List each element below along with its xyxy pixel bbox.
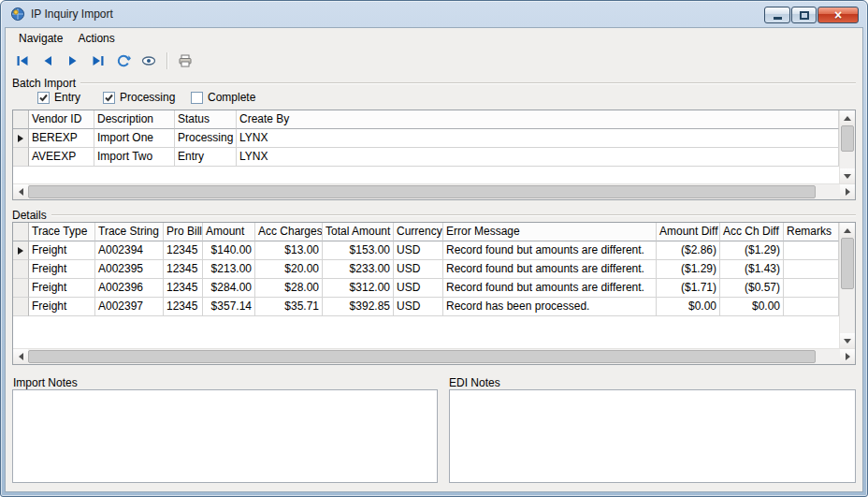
batch-grid: Vendor ID Description Status Create By B… (12, 110, 856, 200)
cell-remarks (784, 241, 839, 260)
scroll-left-button[interactable] (13, 349, 28, 364)
caption-divider (80, 82, 856, 83)
column-header-amount[interactable]: Amount (203, 223, 255, 241)
scroll-track[interactable] (840, 238, 855, 333)
scroll-right-button[interactable] (840, 349, 855, 364)
cell-acc-charges: $35.71 (255, 298, 323, 316)
row-selector (13, 241, 29, 260)
refresh-button[interactable] (112, 51, 135, 71)
batch-row[interactable]: BEREXP Import One Processing LYNX (13, 129, 839, 148)
column-header-trace-type[interactable]: Trace Type (29, 223, 95, 241)
processing-checkbox[interactable]: Processing (103, 91, 175, 104)
cell-error-message: Record has been processed. (443, 298, 657, 316)
menu-navigate[interactable]: Navigate (11, 30, 70, 47)
horizontal-scrollbar[interactable] (13, 348, 855, 364)
maximize-button[interactable] (791, 7, 817, 23)
checkbox-label: Processing (120, 91, 175, 104)
minimize-button[interactable] (764, 7, 790, 23)
column-header-amount-diff[interactable]: Amount Diff (657, 223, 720, 241)
cell-total-amount: $312.00 (323, 279, 394, 298)
scroll-track[interactable] (28, 184, 840, 199)
client-area: Navigate Actions (5, 27, 863, 492)
cell-pro-bill: 12345 (164, 241, 203, 260)
column-header-description[interactable]: Description (94, 110, 175, 129)
scroll-down-button[interactable] (840, 168, 855, 183)
cell-amount: $284.00 (203, 279, 255, 298)
column-header-currency[interactable]: Currency (394, 223, 443, 241)
batch-grid-header: Vendor ID Description Status Create By (13, 110, 839, 129)
move-previous-icon (40, 53, 55, 68)
cell-amount-diff: $0.00 (657, 298, 720, 316)
current-row-marker (18, 247, 23, 255)
window-title: IP Inquiry Import (31, 7, 113, 21)
print-button[interactable] (174, 51, 196, 71)
scroll-up-button[interactable] (840, 223, 855, 238)
batch-row[interactable]: AVEEXP Import Two Entry LYNX (13, 148, 839, 167)
column-header-create-by[interactable]: Create By (237, 110, 839, 129)
scroll-thumb[interactable] (28, 185, 816, 198)
move-next-button[interactable] (62, 51, 84, 71)
move-previous-button[interactable] (36, 51, 59, 71)
horizontal-scrollbar[interactable] (13, 183, 855, 199)
view-button[interactable] (137, 51, 160, 71)
column-header-acc-charges[interactable]: Acc Charges (255, 223, 323, 241)
vertical-scrollbar[interactable] (839, 110, 855, 183)
menu-actions[interactable]: Actions (70, 30, 122, 47)
details-row[interactable]: Freight A002395 12345 $213.00 $20.00 $23… (13, 260, 839, 279)
scroll-track[interactable] (28, 349, 840, 364)
scroll-up-button[interactable] (840, 110, 855, 125)
toolbar (6, 48, 862, 73)
arrow-down-icon (844, 339, 851, 344)
details-row[interactable]: Freight A002394 12345 $140.00 $13.00 $15… (13, 241, 839, 260)
edi-notes-textarea[interactable] (449, 389, 856, 483)
column-header-error-message[interactable]: Error Message (443, 223, 657, 241)
cell-acc-charges: $13.00 (255, 241, 323, 260)
details-caption: Details (12, 208, 856, 222)
scroll-thumb[interactable] (841, 238, 854, 289)
cell-acc-charges: $28.00 (255, 279, 323, 298)
checkbox-label: Entry (54, 91, 80, 104)
column-header-trace-string[interactable]: Trace String (95, 223, 164, 241)
title-bar[interactable]: IP Inquiry Import × (1, 1, 867, 27)
scroll-right-button[interactable] (840, 184, 855, 199)
column-header-acc-ch-diff[interactable]: Acc Ch Diff (720, 223, 784, 241)
column-header-total-amount[interactable]: Total Amount (323, 223, 394, 241)
cell-acc-ch-diff: ($0.57) (720, 279, 784, 298)
scroll-left-button[interactable] (13, 184, 28, 199)
column-header-status[interactable]: Status (175, 110, 237, 129)
vertical-scrollbar[interactable] (839, 223, 855, 348)
scroll-track[interactable] (840, 125, 855, 168)
cell-amount: $213.00 (203, 260, 255, 279)
close-button[interactable]: × (817, 7, 859, 23)
scroll-thumb[interactable] (28, 350, 816, 363)
cell-trace-type: Freight (29, 260, 95, 279)
close-icon: × (834, 8, 842, 22)
cell-currency: USD (394, 298, 443, 316)
entry-checkbox[interactable]: Entry (37, 91, 80, 104)
column-header-remarks[interactable]: Remarks (784, 223, 839, 241)
details-row[interactable]: Freight A002396 12345 $284.00 $28.00 $31… (13, 279, 839, 298)
cell-trace-type: Freight (29, 298, 95, 316)
row-selector (13, 298, 29, 316)
move-last-button[interactable] (87, 51, 109, 71)
details-row[interactable]: Freight A002397 12345 $357.14 $35.71 $39… (13, 298, 839, 316)
scroll-down-button[interactable] (840, 333, 855, 348)
refresh-icon (116, 53, 131, 68)
column-header-pro-bill[interactable]: Pro Bill (164, 223, 203, 241)
import-notes-textarea[interactable] (12, 389, 438, 483)
cell-currency: USD (394, 241, 443, 260)
maximize-icon (800, 11, 809, 20)
arrow-left-icon (19, 188, 23, 196)
scroll-thumb[interactable] (841, 125, 854, 152)
move-first-button[interactable] (11, 51, 34, 71)
toolbar-separator (166, 52, 167, 69)
arrow-right-icon (846, 353, 850, 360)
cell-total-amount: $392.85 (323, 298, 394, 316)
move-last-icon (91, 53, 106, 68)
move-first-icon (15, 53, 30, 68)
column-header-vendor-id[interactable]: Vendor ID (29, 110, 94, 129)
complete-checkbox[interactable]: Complete (191, 91, 255, 104)
row-selector-header (13, 223, 29, 241)
cell-amount-diff: ($2.86) (657, 241, 720, 260)
ip-inquiry-import-window: IP Inquiry Import × Navigate Actions (0, 0, 868, 497)
